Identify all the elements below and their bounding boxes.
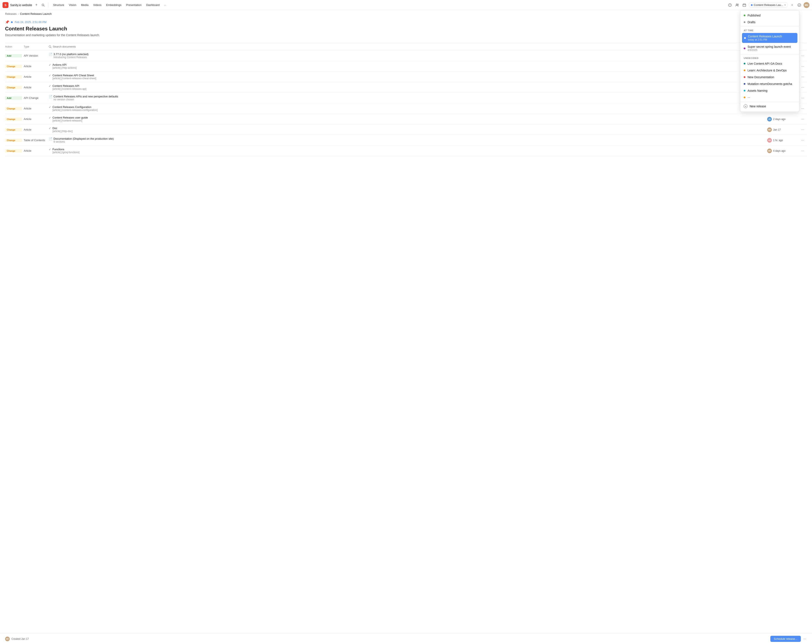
- table-row: Change Article ✓ Doc [article] [/http-do…: [5, 125, 807, 135]
- nav-presentation[interactable]: Presentation: [124, 3, 143, 8]
- release-date-dot: [11, 21, 13, 23]
- help-button[interactable]: ?: [727, 2, 733, 8]
- nav-structure[interactable]: Structure: [51, 3, 66, 8]
- doc-type: API Version: [24, 54, 47, 57]
- plus-icon: +: [744, 104, 748, 108]
- search-container[interactable]: [49, 45, 765, 48]
- table-row: Add API Change 📄 Content Releases APIs a…: [5, 93, 807, 104]
- edited-cell: AK 1 hr. ago: [767, 138, 797, 143]
- doc-info: Content Releases Configuration [article]…: [52, 105, 98, 111]
- at-time-1-dot: [744, 37, 746, 39]
- row-more-button[interactable]: ···: [798, 85, 807, 90]
- user-avatar[interactable]: ME: [804, 2, 809, 8]
- release-close-button[interactable]: ✕: [789, 2, 795, 8]
- svg-point-4: [736, 4, 737, 5]
- dropdown-undecided-3[interactable]: New Documentation: [740, 74, 799, 81]
- doc-cell[interactable]: ✓ Content Releases API [article] [/conte…: [49, 84, 765, 90]
- svg-rect-6: [743, 4, 746, 6]
- doc-cell[interactable]: ✓ Functions [article] [/groq-functions]: [49, 148, 765, 154]
- row-more-button[interactable]: ···: [798, 148, 807, 154]
- dropdown-undecided-5[interactable]: Assets Naming: [740, 87, 799, 94]
- row-more-button[interactable]: ···: [798, 137, 807, 143]
- nav-right: ? Content Releases Lau... ▾ ✕ ME: [727, 2, 809, 8]
- action-badge: Change: [5, 107, 22, 110]
- table-row: Add API Version 📄 3.77.0 (no platform se…: [5, 50, 807, 61]
- avatar: AK: [767, 138, 772, 143]
- action-badge: Change: [5, 139, 22, 142]
- row-more-button[interactable]: ···: [798, 95, 807, 101]
- doc-type: Article: [24, 75, 47, 78]
- new-release-button[interactable]: + New release: [740, 103, 799, 110]
- svg-line-1: [44, 6, 44, 6]
- action-badge: Change: [5, 149, 22, 152]
- at-time-label: AT TIME: [740, 27, 799, 32]
- new-tab-button[interactable]: +: [34, 3, 39, 8]
- release-check-button[interactable]: [796, 2, 802, 8]
- doc-circle-icon: ✓: [49, 116, 51, 119]
- table-body: Add API Version 📄 3.77.0 (no platform se…: [5, 50, 807, 156]
- table-row: Change Article ✓ Content Release API Che…: [5, 72, 807, 82]
- calendar-button[interactable]: [741, 2, 747, 8]
- row-more-button[interactable]: ···: [798, 53, 807, 58]
- nav-media[interactable]: Media: [79, 3, 90, 8]
- release-pill[interactable]: Content Releases Lau... ▾: [749, 2, 788, 8]
- dropdown-undecided-6[interactable]: ···: [740, 94, 799, 101]
- dropdown-published[interactable]: Published: [740, 12, 799, 19]
- users-icon: [736, 3, 739, 7]
- dropdown-divider-1: [740, 26, 799, 27]
- action-badge: Change: [5, 128, 22, 131]
- nav-vision[interactable]: Vision: [67, 3, 78, 8]
- nav-dashboard[interactable]: Dashboard: [144, 3, 162, 8]
- doc-cell[interactable]: ✓ Content Releases Configuration [articl…: [49, 105, 765, 111]
- at-time-2-text: Super secret spring launch event 4/3/202…: [748, 45, 791, 52]
- top-nav: S Sanity.io website + Structure Vision M…: [0, 0, 812, 10]
- doc-cell[interactable]: 📄 Content Releases APIs and new perspect…: [49, 95, 765, 101]
- release-date: Feb 24, 2025, 2:51:00 PM: [11, 20, 47, 24]
- dropdown-undecided-2[interactable]: Learn: Architecture & DevOps: [740, 67, 799, 74]
- doc-info: Content Releases user guide [article] [/…: [52, 116, 88, 122]
- breadcrumb-parent[interactable]: Releases: [5, 12, 17, 15]
- undecided-label: UNDECIDED: [740, 55, 799, 60]
- app-logo[interactable]: S: [3, 2, 8, 8]
- search-input[interactable]: [53, 45, 765, 48]
- row-more-button[interactable]: ···: [798, 64, 807, 69]
- action-badge: Add: [5, 96, 22, 100]
- users-button[interactable]: [734, 2, 740, 8]
- avatar: JS: [767, 117, 772, 122]
- dropdown-at-time-1[interactable]: Content Releases Launch today at 2:51 PM: [742, 33, 797, 43]
- search-button[interactable]: [41, 3, 46, 8]
- doc-type: API Change: [24, 96, 47, 99]
- doc-file-icon: 📄: [49, 53, 52, 56]
- row-more-button[interactable]: ···: [798, 127, 807, 132]
- nav-embeddings[interactable]: Embeddings: [104, 3, 124, 8]
- doc-cell[interactable]: ✓ Actions API [article] [/http-actions]: [49, 63, 765, 69]
- dropdown-undecided-4[interactable]: Mutation returnDocuments gotcha: [740, 81, 799, 87]
- doc-circle-icon: ✓: [49, 126, 51, 130]
- nav-videos[interactable]: Videos: [91, 3, 104, 8]
- dropdown-at-time-2[interactable]: Super secret spring launch event 4/3/202…: [740, 43, 799, 53]
- doc-file-icon: 📄: [49, 95, 52, 98]
- nav-more-button[interactable]: ···: [162, 3, 168, 8]
- release-pin-row: 📌 Feb 24, 2025, 2:51:00 PM: [5, 20, 807, 24]
- search-icon: [42, 4, 44, 6]
- dropdown-undecided-1[interactable]: Live Content API GA Docs: [740, 60, 799, 67]
- doc-cell[interactable]: ✓ Content Release API Cheat Sheet [artic…: [49, 74, 765, 80]
- at-time-2-dot: [744, 47, 745, 49]
- doc-type: Table of Contents: [24, 139, 47, 142]
- dropdown-drafts[interactable]: Drafts: [740, 19, 799, 26]
- edited-cell: ME Jan 17: [767, 127, 797, 132]
- doc-cell[interactable]: 📄 3.77.0 (no platform selected) Introduc…: [49, 53, 765, 59]
- doc-circle-icon: ✓: [49, 84, 51, 88]
- pin-icon: 📌: [5, 20, 9, 24]
- table-row: Change Article ✓ Actions API [article] […: [5, 61, 807, 72]
- chevron-down-icon: ▾: [785, 4, 786, 6]
- nav-links: Structure Vision Media Videos Embeddings…: [51, 3, 725, 8]
- doc-cell[interactable]: ✓ Content Releases user guide [article] …: [49, 116, 765, 122]
- row-more-button[interactable]: ···: [798, 106, 807, 111]
- row-more-button[interactable]: ···: [798, 74, 807, 80]
- doc-cell[interactable]: ✓ Doc [article] [/http-doc]: [49, 126, 765, 133]
- published-dot: [744, 15, 745, 16]
- doc-cell[interactable]: 📄 Documentation (Displayed on the produc…: [49, 137, 765, 143]
- doc-type: Article: [24, 65, 47, 68]
- row-more-button[interactable]: ···: [798, 116, 807, 122]
